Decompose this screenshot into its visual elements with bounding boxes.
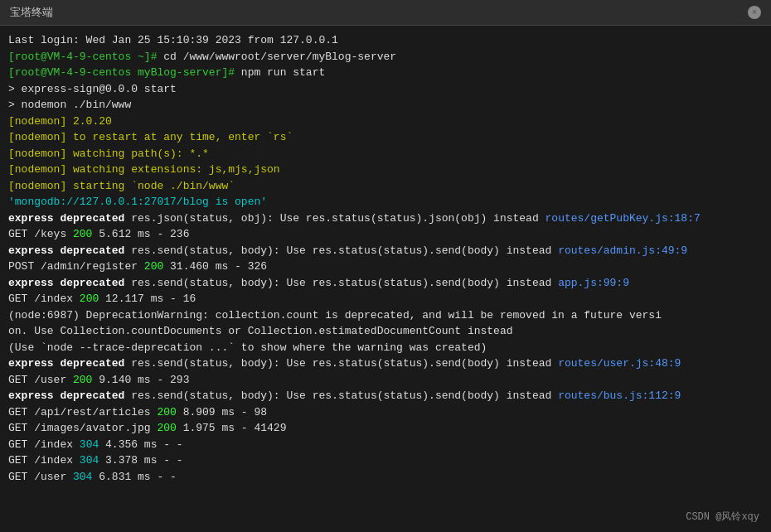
terminal: Last login: Wed Jan 25 15:10:39 2023 fro… (0, 26, 771, 531)
terminal-line: POST /admin/register 200 31.460 ms - 326 (8, 259, 763, 275)
terminal-line: > nodemon ./bin/www (8, 97, 763, 114)
terminal-line: Last login: Wed Jan 25 15:10:39 2023 fro… (8, 32, 763, 49)
terminal-title: 宝塔终端 (10, 5, 53, 20)
terminal-line: [nodemon] watching extensions: js,mjs,js… (8, 162, 763, 178)
close-button[interactable]: × (748, 6, 761, 19)
terminal-line: express deprecated res.send(status, body… (8, 243, 763, 259)
terminal-line: GET /index 304 4.356 ms - - (8, 437, 763, 453)
terminal-line: [nodemon] 2.0.20 (8, 114, 763, 130)
terminal-line: express deprecated res.json(status, obj)… (8, 210, 763, 227)
terminal-line: express deprecated res.send(status, body… (8, 355, 763, 372)
terminal-line: express deprecated res.send(status, body… (8, 275, 763, 292)
terminal-line: 'mongodb://127.0.0.1:27017/blog is open' (8, 194, 763, 210)
terminal-line: GET /index 304 3.378 ms - - (8, 452, 763, 469)
terminal-line: GET /keys 200 5.612 ms - 236 (8, 226, 763, 243)
terminal-line: [root@VM-4-9-centos myBlog-server]# npm … (8, 65, 763, 81)
terminal-line: GET /user 304 6.831 ms - - (8, 469, 763, 486)
watermark: CSDN @风铃xqy (686, 510, 759, 524)
terminal-line: > express-sign@0.0.0 start (8, 81, 763, 98)
terminal-line: on. Use Collection.countDocuments or Col… (8, 323, 763, 340)
title-bar: 宝塔终端 × (0, 0, 771, 26)
terminal-line: GET /images/avator.jpg 200 1.975 ms - 41… (8, 420, 763, 437)
terminal-line: express deprecated res.send(status, body… (8, 388, 763, 404)
terminal-line: (node:6987) DeprecationWarning: collecti… (8, 307, 763, 324)
terminal-line: [nodemon] watching path(s): *.* (8, 146, 763, 162)
terminal-line: [nodemon] to restart at any time, enter … (8, 129, 763, 146)
terminal-line: (Use `node --trace-deprecation ...` to s… (8, 340, 763, 356)
terminal-line: GET /user 200 9.140 ms - 293 (8, 372, 763, 389)
terminal-line: GET /api/rest/articles 200 8.909 ms - 98 (8, 404, 763, 421)
close-icon: × (752, 7, 758, 17)
terminal-line: [nodemon] starting `node ./bin/www` (8, 178, 763, 195)
terminal-line: [root@VM-4-9-centos ~]# cd /www/wwwroot/… (8, 49, 763, 65)
terminal-line: GET /index 200 12.117 ms - 16 (8, 291, 763, 307)
